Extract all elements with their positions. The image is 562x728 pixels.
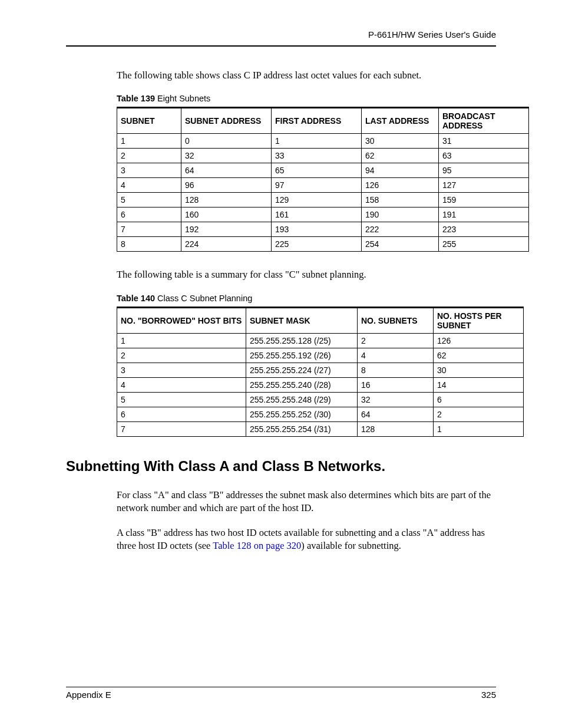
table-cell: 255.255.255.252 (/30) [246, 407, 358, 421]
table-cell: 65 [272, 163, 362, 178]
table-cell: 4 [358, 348, 434, 363]
table-header-row: NO. "BORROWED" HOST BITSSUBNET MASKNO. S… [117, 307, 524, 333]
table-cell: 64 [358, 407, 434, 421]
table-cell: 191 [439, 207, 529, 222]
table-cell: 192 [181, 222, 272, 237]
intro-text-139: The following table shows class C IP add… [117, 69, 496, 82]
table-cell: 96 [181, 178, 272, 193]
table-cell: 7 [117, 421, 246, 436]
table-cell: 32 [181, 149, 272, 163]
table-header-cell: NO. "BORROWED" HOST BITS [117, 307, 246, 333]
table-cell: 95 [439, 163, 529, 178]
table-139-caption: Table 139 Eight Subnets [117, 94, 496, 103]
table-cell: 128 [358, 421, 434, 436]
table-cell: 1 [434, 421, 524, 436]
table-cell: 222 [362, 222, 439, 237]
table-row: 1255.255.255.128 (/25)2126 [117, 333, 524, 348]
table-header-cell: SUBNET ADDRESS [181, 108, 272, 134]
text-span: ) available for subnetting. [301, 540, 401, 551]
header-rule [66, 45, 496, 47]
table-row: 5255.255.255.248 (/29)326 [117, 392, 524, 407]
table-cell: 2 [117, 348, 246, 363]
table-row: 6160161190191 [117, 207, 529, 222]
table-cell: 193 [272, 222, 362, 237]
table-cell: 6 [117, 407, 246, 421]
table-header-cell: NO. HOSTS PER SUBNET [434, 307, 524, 333]
table-cell: 224 [181, 237, 272, 252]
table-cell: 4 [117, 377, 246, 392]
caption-title: Eight Subnets [155, 94, 210, 103]
table-140-class-c-planning: NO. "BORROWED" HOST BITSSUBNET MASKNO. S… [117, 307, 524, 437]
table-row: 7192193222223 [117, 222, 529, 237]
table-cell: 190 [362, 207, 439, 222]
table-cell: 2 [434, 407, 524, 421]
table-cell: 97 [272, 178, 362, 193]
table-row: 6255.255.255.252 (/30)642 [117, 407, 524, 421]
page-footer: Appendix E 325 [66, 687, 496, 700]
table-header-cell: FIRST ADDRESS [272, 108, 362, 134]
table-cell: 64 [181, 163, 272, 178]
table-cell: 8 [358, 363, 434, 377]
table-cell: 2 [358, 333, 434, 348]
table-cell: 1 [272, 134, 362, 149]
table-cell: 128 [181, 193, 272, 207]
table-cell: 255.255.255.128 (/25) [246, 333, 358, 348]
table-header-row: SUBNETSUBNET ADDRESSFIRST ADDRESSLAST AD… [117, 108, 529, 134]
table-cell: 255.255.255.192 (/26) [246, 348, 358, 363]
table-row: 49697126127 [117, 178, 529, 193]
table-cell: 16 [358, 377, 434, 392]
section-heading: Subnetting With Class A and Class B Netw… [66, 458, 496, 475]
table-cell: 127 [439, 178, 529, 193]
table-header-cell: BROADCAST ADDRESS [439, 108, 529, 134]
table-cell: 161 [272, 207, 362, 222]
table-cell: 32 [358, 392, 434, 407]
table-cell: 1 [117, 134, 181, 149]
table-139-eight-subnets: SUBNETSUBNET ADDRESSFIRST ADDRESSLAST AD… [117, 107, 529, 252]
table-cell: 3 [117, 363, 246, 377]
table-cell: 94 [362, 163, 439, 178]
caption-label: Table 140 [117, 294, 155, 303]
table-cell: 126 [362, 178, 439, 193]
table-row: 7255.255.255.254 (/31)1281 [117, 421, 524, 436]
table-header-cell: SUBNET MASK [246, 307, 358, 333]
table-cell: 5 [117, 193, 181, 207]
table-cell: 5 [117, 392, 246, 407]
table-cell: 255.255.255.224 (/27) [246, 363, 358, 377]
table-cell: 126 [434, 333, 524, 348]
table-cell: 2 [117, 149, 181, 163]
table-cell: 6 [434, 392, 524, 407]
para-class-ab-intro: For class "A" and class "B" addresses th… [117, 489, 496, 515]
table-cell: 255.255.255.248 (/29) [246, 392, 358, 407]
table-cell: 0 [181, 134, 272, 149]
footer-page-number: 325 [481, 690, 496, 700]
table-row: 364659495 [117, 163, 529, 178]
table-cell: 4 [117, 178, 181, 193]
table-cell: 159 [439, 193, 529, 207]
table-cell: 129 [272, 193, 362, 207]
table-cell: 33 [272, 149, 362, 163]
caption-title: Class C Subnet Planning [155, 294, 252, 303]
caption-label: Table 139 [117, 94, 155, 103]
table-140-caption: Table 140 Class C Subnet Planning [117, 294, 496, 303]
table-header-cell: SUBNET [117, 108, 181, 134]
table-cell: 3 [117, 163, 181, 178]
table-cell: 63 [439, 149, 529, 163]
para-class-b-octets: A class "B" address has two host ID octe… [117, 526, 496, 553]
table-row: 2255.255.255.192 (/26)462 [117, 348, 524, 363]
table-cell: 160 [181, 207, 272, 222]
table-cell: 6 [117, 207, 181, 222]
link-table-128[interactable]: Table 128 on page 320 [213, 540, 301, 551]
table-cell: 30 [362, 134, 439, 149]
table-row: 1013031 [117, 134, 529, 149]
table-cell: 225 [272, 237, 362, 252]
table-cell: 8 [117, 237, 181, 252]
table-cell: 62 [434, 348, 524, 363]
table-cell: 255 [439, 237, 529, 252]
table-row: 8224225254255 [117, 237, 529, 252]
table-cell: 31 [439, 134, 529, 149]
table-cell: 223 [439, 222, 529, 237]
table-cell: 255.255.255.254 (/31) [246, 421, 358, 436]
table-row: 232336263 [117, 149, 529, 163]
table-cell: 62 [362, 149, 439, 163]
footer-section-label: Appendix E [66, 690, 111, 700]
